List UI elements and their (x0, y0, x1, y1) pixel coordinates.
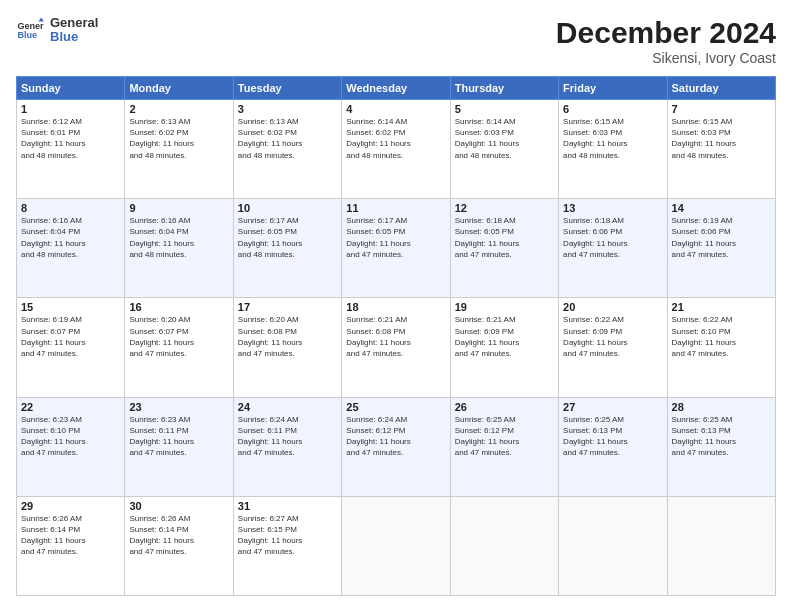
calendar-cell: 7Sunrise: 6:15 AM Sunset: 6:03 PM Daylig… (667, 100, 775, 199)
calendar-cell (667, 496, 775, 595)
day-number: 20 (563, 301, 662, 313)
calendar-week-3: 15Sunrise: 6:19 AM Sunset: 6:07 PM Dayli… (17, 298, 776, 397)
day-info: Sunrise: 6:19 AM Sunset: 6:06 PM Dayligh… (672, 215, 771, 260)
header: General Blue General Blue December 2024 … (16, 16, 776, 66)
day-info: Sunrise: 6:23 AM Sunset: 6:10 PM Dayligh… (21, 414, 120, 459)
calendar-cell: 11Sunrise: 6:17 AM Sunset: 6:05 PM Dayli… (342, 199, 450, 298)
calendar-cell: 26Sunrise: 6:25 AM Sunset: 6:12 PM Dayli… (450, 397, 558, 496)
day-number: 17 (238, 301, 337, 313)
logo-icon: General Blue (16, 16, 44, 44)
day-info: Sunrise: 6:27 AM Sunset: 6:15 PM Dayligh… (238, 513, 337, 558)
calendar-cell: 27Sunrise: 6:25 AM Sunset: 6:13 PM Dayli… (559, 397, 667, 496)
day-info: Sunrise: 6:25 AM Sunset: 6:13 PM Dayligh… (672, 414, 771, 459)
calendar-cell: 2Sunrise: 6:13 AM Sunset: 6:02 PM Daylig… (125, 100, 233, 199)
calendar-cell: 6Sunrise: 6:15 AM Sunset: 6:03 PM Daylig… (559, 100, 667, 199)
calendar-cell (342, 496, 450, 595)
day-info: Sunrise: 6:16 AM Sunset: 6:04 PM Dayligh… (21, 215, 120, 260)
day-number: 29 (21, 500, 120, 512)
day-number: 2 (129, 103, 228, 115)
calendar-header-friday: Friday (559, 77, 667, 100)
calendar-cell: 20Sunrise: 6:22 AM Sunset: 6:09 PM Dayli… (559, 298, 667, 397)
day-info: Sunrise: 6:24 AM Sunset: 6:11 PM Dayligh… (238, 414, 337, 459)
day-info: Sunrise: 6:12 AM Sunset: 6:01 PM Dayligh… (21, 116, 120, 161)
svg-text:General: General (17, 21, 44, 31)
day-number: 28 (672, 401, 771, 413)
day-number: 9 (129, 202, 228, 214)
calendar-cell: 24Sunrise: 6:24 AM Sunset: 6:11 PM Dayli… (233, 397, 341, 496)
calendar-header-wednesday: Wednesday (342, 77, 450, 100)
day-info: Sunrise: 6:23 AM Sunset: 6:11 PM Dayligh… (129, 414, 228, 459)
calendar-cell: 8Sunrise: 6:16 AM Sunset: 6:04 PM Daylig… (17, 199, 125, 298)
svg-text:Blue: Blue (17, 31, 37, 41)
calendar-cell: 12Sunrise: 6:18 AM Sunset: 6:05 PM Dayli… (450, 199, 558, 298)
day-number: 14 (672, 202, 771, 214)
svg-marker-2 (38, 18, 44, 22)
page: General Blue General Blue December 2024 … (0, 0, 792, 612)
month-title: December 2024 (556, 16, 776, 50)
calendar-cell: 16Sunrise: 6:20 AM Sunset: 6:07 PM Dayli… (125, 298, 233, 397)
calendar-cell: 31Sunrise: 6:27 AM Sunset: 6:15 PM Dayli… (233, 496, 341, 595)
calendar-cell: 29Sunrise: 6:26 AM Sunset: 6:14 PM Dayli… (17, 496, 125, 595)
day-info: Sunrise: 6:18 AM Sunset: 6:05 PM Dayligh… (455, 215, 554, 260)
day-number: 3 (238, 103, 337, 115)
day-info: Sunrise: 6:14 AM Sunset: 6:02 PM Dayligh… (346, 116, 445, 161)
day-info: Sunrise: 6:21 AM Sunset: 6:08 PM Dayligh… (346, 314, 445, 359)
day-number: 25 (346, 401, 445, 413)
day-info: Sunrise: 6:21 AM Sunset: 6:09 PM Dayligh… (455, 314, 554, 359)
calendar-header-sunday: Sunday (17, 77, 125, 100)
day-info: Sunrise: 6:24 AM Sunset: 6:12 PM Dayligh… (346, 414, 445, 459)
day-number: 5 (455, 103, 554, 115)
day-number: 23 (129, 401, 228, 413)
calendar-header-saturday: Saturday (667, 77, 775, 100)
calendar-cell: 30Sunrise: 6:26 AM Sunset: 6:14 PM Dayli… (125, 496, 233, 595)
day-number: 21 (672, 301, 771, 313)
day-number: 31 (238, 500, 337, 512)
day-info: Sunrise: 6:13 AM Sunset: 6:02 PM Dayligh… (129, 116, 228, 161)
day-number: 22 (21, 401, 120, 413)
day-number: 16 (129, 301, 228, 313)
calendar-week-1: 1Sunrise: 6:12 AM Sunset: 6:01 PM Daylig… (17, 100, 776, 199)
calendar-cell: 10Sunrise: 6:17 AM Sunset: 6:05 PM Dayli… (233, 199, 341, 298)
day-info: Sunrise: 6:14 AM Sunset: 6:03 PM Dayligh… (455, 116, 554, 161)
day-number: 26 (455, 401, 554, 413)
logo-general: General (50, 16, 98, 30)
day-number: 8 (21, 202, 120, 214)
day-number: 30 (129, 500, 228, 512)
calendar-header-thursday: Thursday (450, 77, 558, 100)
calendar-cell: 5Sunrise: 6:14 AM Sunset: 6:03 PM Daylig… (450, 100, 558, 199)
calendar-cell: 22Sunrise: 6:23 AM Sunset: 6:10 PM Dayli… (17, 397, 125, 496)
day-number: 12 (455, 202, 554, 214)
day-number: 27 (563, 401, 662, 413)
day-info: Sunrise: 6:22 AM Sunset: 6:10 PM Dayligh… (672, 314, 771, 359)
calendar-cell: 15Sunrise: 6:19 AM Sunset: 6:07 PM Dayli… (17, 298, 125, 397)
day-info: Sunrise: 6:26 AM Sunset: 6:14 PM Dayligh… (129, 513, 228, 558)
logo: General Blue General Blue (16, 16, 98, 45)
day-info: Sunrise: 6:25 AM Sunset: 6:13 PM Dayligh… (563, 414, 662, 459)
calendar-week-2: 8Sunrise: 6:16 AM Sunset: 6:04 PM Daylig… (17, 199, 776, 298)
calendar-week-4: 22Sunrise: 6:23 AM Sunset: 6:10 PM Dayli… (17, 397, 776, 496)
calendar-cell: 1Sunrise: 6:12 AM Sunset: 6:01 PM Daylig… (17, 100, 125, 199)
day-info: Sunrise: 6:16 AM Sunset: 6:04 PM Dayligh… (129, 215, 228, 260)
day-info: Sunrise: 6:17 AM Sunset: 6:05 PM Dayligh… (346, 215, 445, 260)
calendar-cell: 19Sunrise: 6:21 AM Sunset: 6:09 PM Dayli… (450, 298, 558, 397)
day-info: Sunrise: 6:26 AM Sunset: 6:14 PM Dayligh… (21, 513, 120, 558)
day-info: Sunrise: 6:17 AM Sunset: 6:05 PM Dayligh… (238, 215, 337, 260)
calendar-header-row: SundayMondayTuesdayWednesdayThursdayFrid… (17, 77, 776, 100)
calendar-header-tuesday: Tuesday (233, 77, 341, 100)
calendar-cell: 28Sunrise: 6:25 AM Sunset: 6:13 PM Dayli… (667, 397, 775, 496)
day-info: Sunrise: 6:20 AM Sunset: 6:07 PM Dayligh… (129, 314, 228, 359)
day-info: Sunrise: 6:15 AM Sunset: 6:03 PM Dayligh… (563, 116, 662, 161)
calendar-cell: 21Sunrise: 6:22 AM Sunset: 6:10 PM Dayli… (667, 298, 775, 397)
day-number: 19 (455, 301, 554, 313)
calendar-header-monday: Monday (125, 77, 233, 100)
calendar-cell: 4Sunrise: 6:14 AM Sunset: 6:02 PM Daylig… (342, 100, 450, 199)
calendar-table: SundayMondayTuesdayWednesdayThursdayFrid… (16, 76, 776, 596)
day-number: 15 (21, 301, 120, 313)
day-number: 13 (563, 202, 662, 214)
day-info: Sunrise: 6:20 AM Sunset: 6:08 PM Dayligh… (238, 314, 337, 359)
day-info: Sunrise: 6:15 AM Sunset: 6:03 PM Dayligh… (672, 116, 771, 161)
logo-blue: Blue (50, 30, 98, 44)
calendar-cell (450, 496, 558, 595)
calendar-cell: 17Sunrise: 6:20 AM Sunset: 6:08 PM Dayli… (233, 298, 341, 397)
day-info: Sunrise: 6:13 AM Sunset: 6:02 PM Dayligh… (238, 116, 337, 161)
